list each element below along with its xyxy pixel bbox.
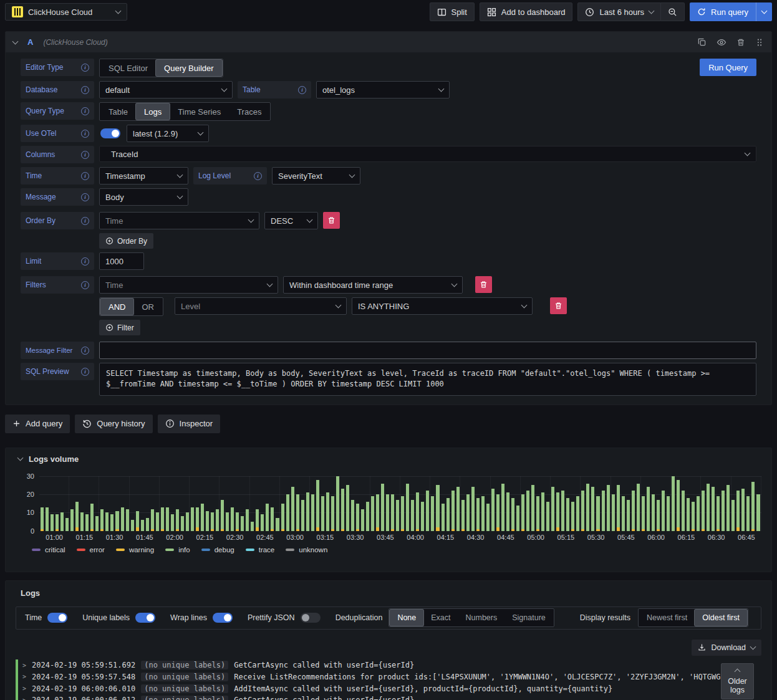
- logs-volume-header[interactable]: Logs volume: [16, 454, 761, 464]
- info-icon[interactable]: i: [81, 64, 89, 72]
- time-label: Timei: [21, 167, 94, 185]
- query-type-option-traces[interactable]: Traces: [229, 103, 269, 120]
- log-row[interactable]: >2024-02-19 05:59:51.692(no unique label…: [16, 659, 761, 671]
- legend-item[interactable]: critical: [32, 546, 65, 554]
- log-row[interactable]: >2024-02-19 06:00:06.012(no unique label…: [16, 694, 761, 700]
- info-icon[interactable]: i: [81, 257, 89, 266]
- remove-order-by-button[interactable]: [323, 212, 340, 229]
- log-level-column-select[interactable]: SeverityText: [272, 167, 360, 185]
- filter-value-select[interactable]: IS ANYTHING: [352, 297, 533, 315]
- zoom-out-button[interactable]: [661, 2, 685, 21]
- volume-bar: [421, 476, 424, 531]
- filter-operator-select[interactable]: Within dashboard time range: [283, 276, 463, 294]
- info-icon[interactable]: i: [81, 217, 89, 225]
- trash-icon[interactable]: [736, 38, 745, 47]
- split-button[interactable]: Split: [430, 2, 475, 21]
- expand-chevron-icon[interactable]: >: [22, 673, 26, 680]
- add-filter-button[interactable]: Filter: [99, 320, 140, 335]
- drag-handle-icon[interactable]: [755, 38, 764, 47]
- columns-multiselect[interactable]: TraceId: [99, 146, 756, 162]
- expand-chevron-icon[interactable]: >: [22, 685, 26, 692]
- info-icon[interactable]: i: [81, 347, 89, 355]
- filter-field-select[interactable]: Time: [99, 276, 278, 294]
- order-by-label: Order Byi: [21, 212, 94, 229]
- add-order-by-button[interactable]: Order By: [99, 233, 153, 249]
- older-logs-button[interactable]: Older logs: [721, 663, 754, 699]
- info-icon[interactable]: i: [81, 281, 89, 289]
- query-history-button[interactable]: Query history: [75, 415, 152, 433]
- info-icon[interactable]: i: [81, 86, 89, 94]
- legend-item[interactable]: trace: [246, 546, 275, 554]
- time-range-button[interactable]: Last 6 hours: [577, 2, 661, 21]
- add-query-button[interactable]: Add query: [5, 415, 70, 433]
- info-icon[interactable]: i: [81, 107, 89, 115]
- datasource-name: ClickHouse Cloud: [28, 7, 111, 17]
- prettify-json-toggle[interactable]: [301, 613, 321, 623]
- panel-run-query-button[interactable]: Run Query: [700, 59, 756, 76]
- query-type-option-logs[interactable]: Logs: [136, 103, 170, 120]
- inspector-button[interactable]: Inspector: [158, 415, 220, 433]
- display-option-oldest-first[interactable]: Oldest first: [695, 610, 747, 626]
- wrap-lines-toggle[interactable]: [213, 613, 233, 623]
- info-icon[interactable]: i: [298, 86, 306, 94]
- top-bar: ClickHouse Cloud Split Add to dashboard …: [0, 0, 777, 24]
- database-select[interactable]: default: [99, 81, 233, 98]
- dedup-option-none[interactable]: None: [390, 610, 423, 626]
- legend-item[interactable]: info: [165, 546, 190, 554]
- table-select[interactable]: otel_logs: [316, 81, 450, 98]
- message-column-select[interactable]: Body: [99, 188, 188, 206]
- info-icon[interactable]: i: [254, 172, 262, 180]
- legend-item[interactable]: debug: [201, 546, 234, 554]
- expand-chevron-icon[interactable]: >: [22, 662, 26, 669]
- info-icon[interactable]: i: [81, 130, 89, 138]
- query-type-option-table[interactable]: Table: [100, 103, 136, 120]
- remove-filter-button[interactable]: [475, 276, 492, 293]
- copy-icon[interactable]: [697, 37, 707, 47]
- remove-filter-row-button[interactable]: [550, 297, 567, 314]
- message-filter-input[interactable]: [99, 342, 756, 359]
- x-tick: 02:15: [190, 534, 220, 541]
- editor-type-option-sql-editor[interactable]: SQL Editor: [100, 60, 156, 76]
- volume-bar: [436, 476, 439, 531]
- info-icon[interactable]: i: [81, 368, 89, 376]
- info-icon[interactable]: i: [81, 193, 89, 201]
- conjunction-or[interactable]: OR: [133, 299, 162, 315]
- filter-level-select[interactable]: Level: [175, 297, 347, 315]
- editor-type-option-query-builder[interactable]: Query Builder: [156, 60, 221, 76]
- unique-labels-toggle[interactable]: [135, 613, 155, 623]
- limit-input[interactable]: 1000: [99, 252, 144, 270]
- dedup-option-signature[interactable]: Signature: [504, 610, 553, 626]
- volume-bar: [521, 476, 524, 531]
- query-ref-id[interactable]: A: [27, 37, 33, 47]
- display-option-newest-first[interactable]: Newest first: [639, 610, 695, 626]
- use-otel-toggle[interactable]: [100, 128, 120, 138]
- log-row[interactable]: >2024-02-19 05:59:57.548(no unique label…: [16, 671, 761, 683]
- expand-chevron-icon[interactable]: >: [22, 697, 26, 700]
- time-toggle[interactable]: [47, 613, 67, 623]
- run-query-button[interactable]: Run query: [690, 2, 756, 21]
- order-by-direction-select[interactable]: DESC: [264, 212, 318, 229]
- dedup-option-numbers[interactable]: Numbers: [458, 610, 505, 626]
- info-icon[interactable]: i: [81, 172, 89, 180]
- log-row[interactable]: >2024-02-19 06:00:06.010(no unique label…: [16, 683, 761, 694]
- x-tick: 04:15: [430, 534, 460, 541]
- time-column-select[interactable]: Timestamp: [99, 167, 188, 185]
- legend-item[interactable]: error: [77, 546, 105, 554]
- add-to-dashboard-button[interactable]: Add to dashboard: [480, 2, 573, 21]
- logs-panel: Logs Time Unique labels Wrap lines Prett…: [5, 580, 772, 700]
- legend-item[interactable]: unknown: [286, 546, 327, 554]
- dedup-option-exact[interactable]: Exact: [423, 610, 458, 626]
- otel-version-select[interactable]: latest (1.2.9): [127, 125, 209, 142]
- unknown-swatch-icon: [286, 549, 294, 551]
- volume-bar: [756, 476, 760, 531]
- eye-icon[interactable]: [717, 37, 726, 47]
- order-by-field-select[interactable]: Time: [99, 212, 259, 229]
- run-query-dropdown[interactable]: [756, 2, 772, 21]
- query-type-option-time-series[interactable]: Time Series: [170, 103, 229, 120]
- collapse-chevron-icon[interactable]: [12, 38, 19, 44]
- conjunction-and[interactable]: AND: [100, 299, 133, 315]
- legend-item[interactable]: warning: [116, 546, 154, 554]
- download-button[interactable]: Download: [692, 640, 761, 656]
- info-icon[interactable]: i: [81, 151, 89, 159]
- datasource-picker[interactable]: ClickHouse Cloud: [5, 3, 127, 21]
